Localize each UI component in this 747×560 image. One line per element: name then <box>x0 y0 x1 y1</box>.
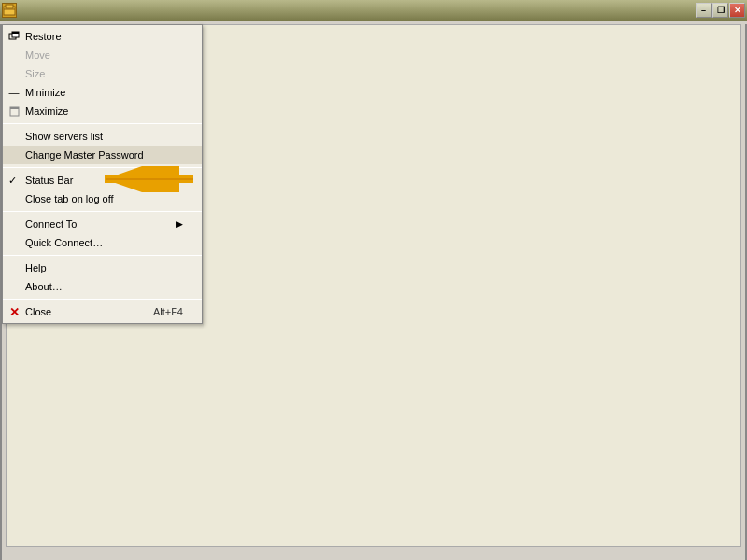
menu-item-maximize[interactable]: Maximize <box>3 102 202 120</box>
arrow-annotation <box>95 166 198 194</box>
separator-4 <box>3 255 202 256</box>
app-icon[interactable] <box>2 3 17 18</box>
restore-button[interactable]: ❐ <box>712 3 728 18</box>
minimize-icon: — <box>7 87 21 98</box>
svg-rect-1 <box>6 5 13 8</box>
main-area: Restore Move Size — Minimize Maximize <box>0 24 747 560</box>
title-bar: – ❐ ✕ <box>0 0 747 21</box>
menu-item-about[interactable]: About… <box>3 277 202 296</box>
menu-item-close[interactable]: ✕ Close Alt+F4 <box>3 302 202 321</box>
close-x-icon: ✕ <box>7 305 21 319</box>
submenu-arrow-icon: ▶ <box>176 219 183 229</box>
maximize-icon <box>7 106 21 117</box>
minimize-button[interactable]: – <box>696 3 712 18</box>
separator-3 <box>3 211 202 212</box>
menu-item-restore[interactable]: Restore <box>3 27 202 46</box>
menu-item-change-password[interactable]: Change Master Password <box>3 146 202 164</box>
svg-rect-5 <box>12 32 19 34</box>
menu-item-quick-connect[interactable]: Quick Connect… <box>3 233 202 252</box>
menu-item-show-servers[interactable]: Show servers list <box>3 127 202 146</box>
separator-5 <box>3 299 202 300</box>
menu-item-help[interactable]: Help <box>3 259 202 277</box>
checkmark-icon: ✓ <box>8 175 17 187</box>
menu-item-connect-to[interactable]: Connect To ▶ <box>3 215 202 233</box>
title-bar-left <box>2 3 20 18</box>
menu-item-size[interactable]: Size <box>3 64 202 83</box>
separator-1 <box>3 123 202 124</box>
menu-item-minimize[interactable]: — Minimize <box>3 83 202 102</box>
svg-rect-7 <box>10 107 19 109</box>
restore-icon <box>7 31 21 42</box>
menu-item-move[interactable]: Move <box>3 46 202 64</box>
close-window-button[interactable]: ✕ <box>729 3 745 18</box>
title-bar-buttons: – ❐ ✕ <box>696 3 745 18</box>
close-shortcut: Alt+F4 <box>153 306 183 317</box>
